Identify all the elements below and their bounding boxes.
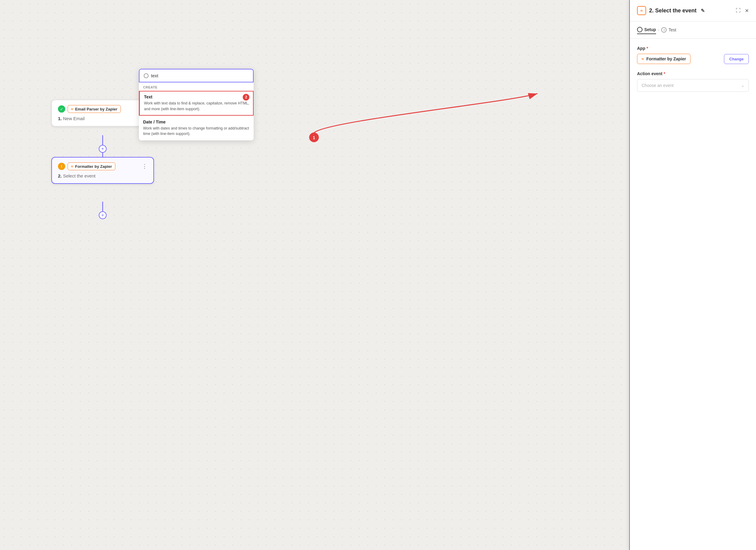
change-app-button[interactable]: Change bbox=[724, 54, 749, 64]
datetime-option[interactable]: Date / Time Work with dates and times to… bbox=[139, 116, 254, 141]
tab-setup[interactable]: Setup bbox=[637, 26, 656, 34]
node-dots-menu[interactable]: ⋮ bbox=[142, 163, 147, 170]
app-row: ≈ Formatter by Zapier Change bbox=[637, 54, 749, 64]
text-option[interactable]: Text 2 Work with text data to find & rep… bbox=[139, 91, 254, 116]
setup-tab-circle bbox=[637, 27, 642, 32]
datetime-option-title: Date / Time bbox=[143, 120, 249, 124]
svg-text:+: + bbox=[101, 213, 104, 218]
close-icon[interactable]: ✕ bbox=[745, 8, 749, 14]
test-tab-label: Test bbox=[668, 27, 676, 32]
action-event-select[interactable]: Choose an event ⌄ bbox=[637, 79, 749, 92]
test-tab-circle: ℹ bbox=[661, 27, 667, 33]
app-field-label: App * bbox=[637, 46, 749, 51]
panel-actions: ⛶ ✕ bbox=[736, 8, 749, 14]
panel-edit-icon[interactable]: ✎ bbox=[701, 8, 705, 14]
text-option-title: Text 2 bbox=[144, 94, 249, 99]
node-header: ✓ ≈ Email Parser by Zapier ⚡ bbox=[58, 105, 147, 113]
node-email-parser[interactable]: ✓ ≈ Email Parser by Zapier ⚡ 1. New Emai… bbox=[51, 100, 154, 126]
tab-test[interactable]: ℹ Test bbox=[661, 26, 676, 34]
setup-tab-label: Setup bbox=[644, 27, 656, 32]
search-field-container[interactable] bbox=[139, 69, 254, 82]
app-badge-icon: ≈ bbox=[642, 56, 644, 61]
formatter-badge-icon: ≈ bbox=[71, 164, 73, 169]
search-icon bbox=[144, 73, 149, 78]
required-star-app: * bbox=[646, 46, 648, 51]
svg-point-5 bbox=[99, 212, 106, 219]
panel-header: ≈ 2. Select the event ✎ ⛶ ✕ bbox=[630, 0, 756, 21]
node-formatter[interactable]: ! ≈ Formatter by Zapier ⋮ 2. Select the … bbox=[51, 157, 154, 184]
check-icon: ✓ bbox=[58, 105, 65, 113]
svg-point-8 bbox=[309, 133, 319, 142]
search-input[interactable] bbox=[151, 73, 249, 78]
tab-separator: › bbox=[658, 27, 659, 33]
chevron-down-icon: ⌄ bbox=[741, 83, 744, 88]
panel-title-icon: ≈ bbox=[637, 6, 646, 15]
svg-point-1 bbox=[99, 145, 106, 152]
warning-icon: ! bbox=[58, 163, 65, 170]
email-parser-icon: ≈ bbox=[71, 107, 73, 111]
email-parser-label: Email Parser by Zapier bbox=[75, 107, 117, 111]
required-star-event: * bbox=[664, 71, 665, 76]
item1-badge: 2 bbox=[243, 94, 249, 101]
panel-title-text: 2. Select the event bbox=[649, 8, 697, 14]
svg-text:+: + bbox=[101, 146, 104, 151]
app-name: Formatter by Zapier bbox=[646, 56, 686, 61]
datetime-option-desc: Work with dates and times to change form… bbox=[143, 126, 249, 137]
action-event-label: Action event * bbox=[637, 71, 749, 76]
create-section-label: CREATE bbox=[139, 82, 254, 91]
action-event-placeholder: Choose an event bbox=[642, 83, 674, 88]
right-panel: ≈ 2. Select the event ✎ ⛶ ✕ Setup › ℹ Te… bbox=[629, 0, 756, 550]
event-search-dropdown: CREATE Text 2 Work with text data to fin… bbox=[139, 69, 254, 140]
text-option-desc: Work with text data to find & replace, c… bbox=[144, 101, 249, 112]
node-badge-formatter: ≈ Formatter by Zapier bbox=[68, 162, 115, 170]
node-title-1: 1. New Email bbox=[58, 116, 147, 121]
node-title-2: 2. Select the event bbox=[58, 173, 147, 178]
panel-title-container: ≈ 2. Select the event ✎ bbox=[637, 6, 705, 15]
node-badge-email-parser: ≈ Email Parser by Zapier bbox=[68, 105, 121, 113]
app-badge: ≈ Formatter by Zapier bbox=[637, 54, 690, 64]
svg-text:1: 1 bbox=[313, 135, 315, 140]
expand-icon[interactable]: ⛶ bbox=[736, 8, 741, 13]
panel-tabs: Setup › ℹ Test bbox=[630, 21, 756, 39]
node-2-header: ! ≈ Formatter by Zapier ⋮ bbox=[58, 162, 147, 170]
panel-body: App * ≈ Formatter by Zapier Change Actio… bbox=[630, 39, 756, 99]
formatter-badge-label: Formatter by Zapier bbox=[75, 164, 112, 169]
